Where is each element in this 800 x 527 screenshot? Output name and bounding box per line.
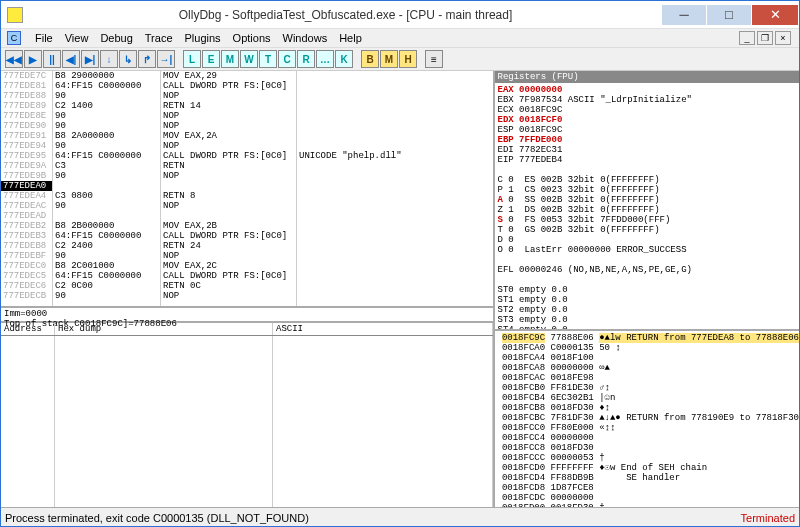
disasm-comment[interactable] [297,251,493,261]
stack-row[interactable]: 0018FCD4 FF88DB9B SE handler [495,473,799,483]
stack-row[interactable]: 0018FCD8 1D87FCE8 [495,483,799,493]
disasm-asm[interactable]: CALL DWORD PTR FS:[0C0] [161,81,296,91]
toolbar-nav[interactable]: ◀| [62,50,80,68]
disasm-asm[interactable]: NOP [161,121,296,131]
disasm-hex[interactable]: 90 [53,91,160,101]
disasm-addr[interactable]: 777EDE88 [1,91,52,101]
disasm-asm[interactable]: NOP [161,171,296,181]
maximize-button[interactable]: □ [707,5,751,25]
toolbar-nav[interactable]: || [43,50,61,68]
menu-trace[interactable]: Trace [139,30,179,46]
disasm-addr[interactable]: 777EDEA0 [1,181,52,191]
disasm-asm[interactable]: MOV EAX,2C [161,261,296,271]
disasm-addr[interactable]: 777EDE9A [1,161,52,171]
toolbar-W[interactable]: W [240,50,258,68]
disasm-asm[interactable]: MOV EAX,2B [161,221,296,231]
disasm-comment[interactable] [297,141,493,151]
menu-help[interactable]: Help [333,30,368,46]
toolbar-B[interactable]: B [361,50,379,68]
disasm-hex[interactable]: 90 [53,121,160,131]
disasm-addr[interactable]: 777EDE9B [1,171,52,181]
disasm-asm[interactable] [161,181,296,191]
toolbar-nav[interactable]: ◀◀ [5,50,23,68]
disasm-addr[interactable]: 777EDECB [1,291,52,301]
toolbar-nav[interactable]: ▶| [81,50,99,68]
child-minimize[interactable]: _ [739,31,755,45]
toolbar-nav[interactable]: ↳ [119,50,137,68]
disasm-asm[interactable]: RETN 8 [161,191,296,201]
disasm-asm[interactable]: RETN 14 [161,101,296,111]
toolbar-M[interactable]: M [380,50,398,68]
disasm-comment[interactable] [297,181,493,191]
toolbar-nav[interactable]: →| [157,50,175,68]
menu-view[interactable]: View [59,30,95,46]
disasm-hex[interactable]: 64:FF15 C0000000 [53,151,160,161]
disasm-asm[interactable]: CALL DWORD PTR FS:[0C0] [161,231,296,241]
disasm-addr[interactable]: 777EDEA4 [1,191,52,201]
disasm-comment[interactable] [297,81,493,91]
disasm-hex[interactable]: 90 [53,201,160,211]
cpu-icon[interactable]: C [7,31,21,45]
disasm-comment[interactable] [297,241,493,251]
disasm-hex[interactable]: 64:FF15 C0000000 [53,81,160,91]
disasm-asm[interactable]: MOV EAX,29 [161,71,296,81]
disasm-addr[interactable]: 777EDEC0 [1,261,52,271]
disasm-addr[interactable]: 777EDEB2 [1,221,52,231]
disasm-addr[interactable]: 777EDEB8 [1,241,52,251]
disasm-addr[interactable]: 777EDEC5 [1,271,52,281]
menu-windows[interactable]: Windows [277,30,334,46]
toolbar-M[interactable]: M [221,50,239,68]
disasm-asm[interactable]: MOV EAX,2A [161,131,296,141]
disasm-comment[interactable] [297,201,493,211]
disasm-asm[interactable]: NOP [161,251,296,261]
disassembly-pane[interactable]: 777EDE7C777EDE81777EDE88777EDE89777EDE8E… [1,71,493,308]
disasm-addr[interactable]: 777EDE90 [1,121,52,131]
stack-row[interactable]: 0018FCC8 0018FD30 [495,443,799,453]
dump-col-hex[interactable]: Hex dump [55,323,273,335]
disasm-addr[interactable]: 777EDEC6 [1,281,52,291]
stack-row[interactable]: 0018FCB4 6EC302B1 |☺n [495,393,799,403]
stack-row[interactable]: 0018FCAC 0018FE98 [495,373,799,383]
disasm-hex[interactable] [53,181,160,191]
stack-row[interactable]: 0018FC9C 77888E06 ●▲lw RETURN from 777ED… [495,333,799,343]
disasm-comment[interactable] [297,281,493,291]
disasm-addr[interactable]: 777EDEAD [1,211,52,221]
stack-row[interactable]: 0018FCC4 00000000 [495,433,799,443]
toolbar-nav[interactable]: ▶ [24,50,42,68]
disasm-hex[interactable]: B8 2C001000 [53,261,160,271]
dump-col-address[interactable]: Address [1,323,55,335]
disasm-asm[interactable]: NOP [161,111,296,121]
disasm-hex[interactable]: C2 1400 [53,101,160,111]
stack-row[interactable]: 0018FCA8 00000000 ∞▲ [495,363,799,373]
close-button[interactable]: ✕ [752,5,798,25]
stack-row[interactable]: 0018FCB0 FF81DE30 ♂↨ [495,383,799,393]
disasm-comment[interactable] [297,121,493,131]
disasm-asm[interactable]: CALL DWORD PTR FS:[0C0] [161,151,296,161]
disasm-asm[interactable]: RETN [161,161,296,171]
disasm-comment[interactable] [297,231,493,241]
stack-pane[interactable]: 0018FC9C 77888E06 ●▲lw RETURN from 777ED… [495,331,799,507]
disasm-hex[interactable]: 90 [53,141,160,151]
disasm-hex[interactable]: 64:FF15 C0000000 [53,271,160,281]
disasm-hex[interactable]: C2 2400 [53,241,160,251]
toolbar-R[interactable]: R [297,50,315,68]
child-restore[interactable]: ❐ [757,31,773,45]
disasm-comment[interactable] [297,71,493,81]
menu-file[interactable]: File [29,30,59,46]
disasm-asm[interactable]: CALL DWORD PTR FS:[0C0] [161,271,296,281]
dump-col-ascii[interactable]: ASCII [273,323,493,335]
disasm-asm[interactable]: NOP [161,91,296,101]
hex-dump-pane[interactable]: Address Hex dump ASCII [1,323,493,507]
toolbar-nav[interactable]: ↓ [100,50,118,68]
toolbar-L[interactable]: L [183,50,201,68]
toolbar-K[interactable]: K [335,50,353,68]
disasm-addr[interactable]: 777EDE7C [1,71,52,81]
disasm-hex[interactable]: C2 0C00 [53,281,160,291]
registers-pane[interactable]: Registers (FPU) EAX 00000000 EBX 7F98753… [495,71,799,331]
disasm-asm[interactable]: NOP [161,141,296,151]
disasm-addr[interactable]: 777EDEAC [1,201,52,211]
disasm-addr[interactable]: 777EDE95 [1,151,52,161]
disasm-asm[interactable]: RETN 24 [161,241,296,251]
disasm-comment[interactable] [297,91,493,101]
disasm-comment[interactable] [297,271,493,281]
